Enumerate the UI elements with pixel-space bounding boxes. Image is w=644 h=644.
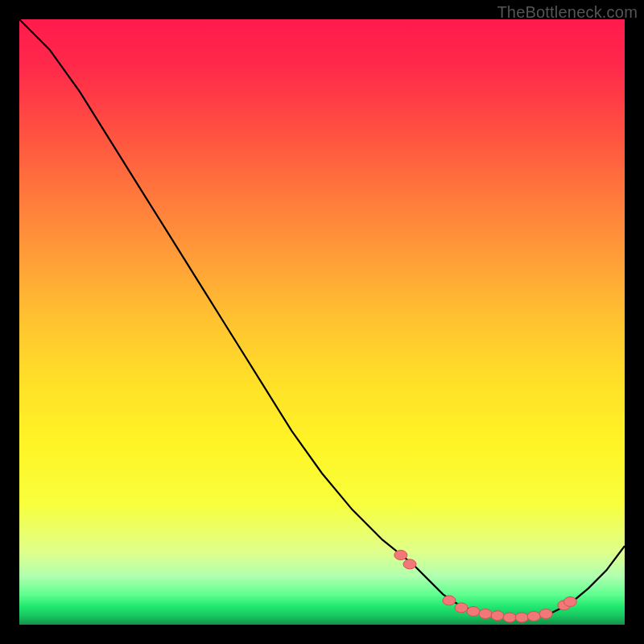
marker-dot [479,609,492,619]
marker-dot [443,596,456,605]
plot-area [19,19,625,625]
marker-dot [491,611,504,621]
marker-dot [455,603,468,613]
marker-dot [515,613,528,622]
chart-svg [19,19,625,625]
marker-dot [394,551,407,560]
optimal-zone-markers [394,551,577,623]
marker-dot [558,601,571,610]
bottleneck-curve [19,19,625,619]
marker-dot [564,597,576,606]
marker-dot [467,607,480,617]
marker-dot [403,559,416,569]
marker-dot [539,609,552,619]
marker-dot [527,612,540,621]
chart-container: TheBottleneck.com [0,0,644,644]
marker-dot [503,613,516,622]
